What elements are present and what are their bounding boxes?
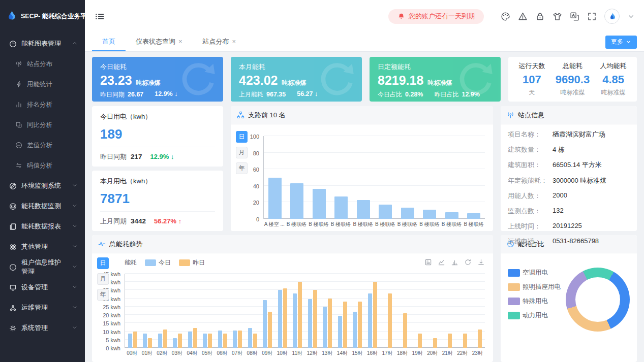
site-info-row: 年定额能耗：3000000 吨标准煤 <box>508 176 630 185</box>
more-button-label: 更多 <box>611 38 623 46</box>
legend-item-照明插座用电[interactable]: 照明插座用电 <box>508 283 561 291</box>
lock-icon[interactable] <box>535 12 545 21</box>
x-axis-label: B 楼联络 <box>396 221 419 228</box>
sidebar-item-1[interactable]: 环境监测系统 <box>0 176 85 196</box>
x-axis-label: 08时 <box>244 350 260 357</box>
tab-1[interactable]: 仪表状态查询× <box>126 32 193 51</box>
tab-label: 首页 <box>102 37 115 46</box>
tab-label: 站点分布 <box>203 37 229 46</box>
sidebar-item-0[interactable]: 能耗图表管理 <box>0 34 85 54</box>
avatar[interactable] <box>604 9 620 24</box>
y-axis-label: 20 kwh <box>103 312 120 318</box>
translate-icon[interactable] <box>570 12 579 21</box>
tab-0[interactable]: 首页 <box>92 32 126 51</box>
sidebar-item-4[interactable]: 其他管理 <box>0 237 85 257</box>
sidebar-item-5[interactable]: 租户信息维护管理 <box>0 257 85 277</box>
kpi-unit: 吨标准煤 <box>282 79 306 87</box>
pie-legend: 空调用电照明插座用电特殊用电动力用电 <box>508 269 561 362</box>
legend-item-空调用电[interactable]: 空调用电 <box>508 269 561 277</box>
period-toggle-月[interactable]: 月 <box>236 147 248 158</box>
warning-icon[interactable] <box>518 12 528 21</box>
kpi-card-0[interactable]: 今日能耗23.23吨标准煤昨日同期26.6712.9% ↓ <box>92 57 223 102</box>
kpi-title: 今日能耗 <box>100 62 215 72</box>
site-info-value: 20191225 <box>553 222 582 231</box>
site-info-row: 运维电话：0531-82665798 <box>508 237 630 246</box>
sidebar-item-2[interactable]: 能耗数据监测 <box>0 196 85 216</box>
sidebar-subitem-4[interactable]: 差值分析 <box>0 135 85 155</box>
period-toggle-年[interactable]: 年 <box>236 162 248 174</box>
site-info-row: 监测点数：132 <box>508 207 630 216</box>
fullscreen-icon[interactable] <box>587 12 597 21</box>
user-menu-chevron-icon[interactable] <box>627 13 635 20</box>
sidebar-subitem-label: 排名分析 <box>27 101 52 109</box>
period-toggle-月[interactable]: 月 <box>97 273 109 285</box>
ops-icon <box>9 304 17 312</box>
bar-value <box>445 212 458 219</box>
bar-今日 <box>173 338 177 348</box>
tshirt-icon[interactable] <box>553 12 562 21</box>
sidebar-subitem-5[interactable]: 码值分析 <box>0 155 85 176</box>
bar-value <box>357 200 370 219</box>
sidebar-subitem-2[interactable]: 排名分析 <box>0 94 85 115</box>
trend-panel: 总能耗趋势 日月年0 kwh5 kwh10 kwh15 kwh20 kwh25 … <box>92 235 493 362</box>
bar-昨日 <box>478 330 482 348</box>
bar-group <box>463 136 485 219</box>
usage-value: 189 <box>100 126 215 142</box>
x-axis-label: 10时 <box>274 350 290 357</box>
topbar: 您的账户还有一天到期 <box>85 0 644 32</box>
sidebar-subitem-0[interactable]: 站点分布 <box>0 54 85 74</box>
bar-group <box>441 136 463 219</box>
bar-今日 <box>338 316 342 348</box>
site-info-value: 132 <box>553 207 564 216</box>
sidebar-item-label: 能耗数据监测 <box>21 202 61 211</box>
bar-昨日 <box>328 299 332 348</box>
x-axis-label: B 楼联络 <box>286 221 308 228</box>
more-button[interactable]: 更多 <box>605 36 637 49</box>
legend-item-特殊用电[interactable]: 特殊用电 <box>508 297 561 306</box>
bar-group <box>455 274 470 348</box>
bar-chart-icon[interactable] <box>451 258 458 266</box>
antenna-icon <box>15 60 22 68</box>
kpi-card-2[interactable]: 日定额能耗8219.18吨标准煤今日占比0.28%昨日占比12.9% <box>370 57 501 102</box>
sidebar-collapse-button[interactable] <box>95 12 105 21</box>
bar-昨日 <box>193 328 197 348</box>
legend-item-昨日[interactable]: 昨日 <box>179 258 205 267</box>
kpi-value: 8219.18 <box>378 73 423 88</box>
topbar-actions: 您的账户还有一天到期 <box>388 9 635 24</box>
chevron-down-icon <box>72 284 78 290</box>
bar-group <box>305 274 320 348</box>
tab-2[interactable]: 站点分布× <box>193 32 247 51</box>
site-info-value: 3000000 吨标准煤 <box>553 176 606 185</box>
data-view-icon[interactable] <box>424 258 432 266</box>
theme-palette-icon[interactable] <box>501 12 510 21</box>
x-axis-labels: 00时01时02时03时04时05时06时07时08时09时10时11时12时1… <box>125 350 485 357</box>
summary-stat-1: 总能耗9690.3吨标准煤 <box>556 61 590 97</box>
period-toggle-年[interactable]: 年 <box>97 289 109 301</box>
account-expiry-notice[interactable]: 您的账户还有一天到期 <box>388 9 484 24</box>
bar-group <box>396 136 419 219</box>
legend-item-动力用电[interactable]: 动力用电 <box>508 311 561 320</box>
legend-swatch <box>508 298 520 305</box>
line-chart-icon[interactable] <box>438 258 445 266</box>
legend-swatch <box>179 259 190 266</box>
period-toggle-日[interactable]: 日 <box>236 131 248 143</box>
sidebar-item-7[interactable]: 运维管理 <box>0 298 85 318</box>
refresh-icon[interactable] <box>464 258 472 266</box>
bar-group <box>290 274 305 348</box>
period-toggle-日[interactable]: 日 <box>97 257 109 269</box>
branch-top10-panel: 支路前 10 名 日月年020406080100A 楼空 ...B 楼联络B 楼… <box>231 106 493 231</box>
usage-compare: 昨日同期21712.9% ↓ <box>100 147 215 161</box>
legend-item-今日[interactable]: 今日 <box>145 258 171 267</box>
x-axis-label: 05时 <box>200 350 215 357</box>
kpi-card-1[interactable]: 本月能耗423.02吨标准煤上月能耗967.3556.27 ↓ <box>231 57 362 102</box>
sidebar-subitem-1[interactable]: 用能统计 <box>0 74 85 94</box>
sidebar-item-8[interactable]: 系统管理 <box>0 318 85 338</box>
sidebar-item-3[interactable]: 能耗数据报表 <box>0 216 85 237</box>
sidebar-item-6[interactable]: 设备管理 <box>0 277 85 298</box>
refresh-icon <box>464 258 472 266</box>
sidebar-subitem-3[interactable]: 同比分析 <box>0 115 85 135</box>
tab-close-icon[interactable]: × <box>178 38 182 45</box>
bar-昨日 <box>238 331 242 348</box>
tab-close-icon[interactable]: × <box>232 38 236 45</box>
download-icon[interactable] <box>477 258 485 266</box>
